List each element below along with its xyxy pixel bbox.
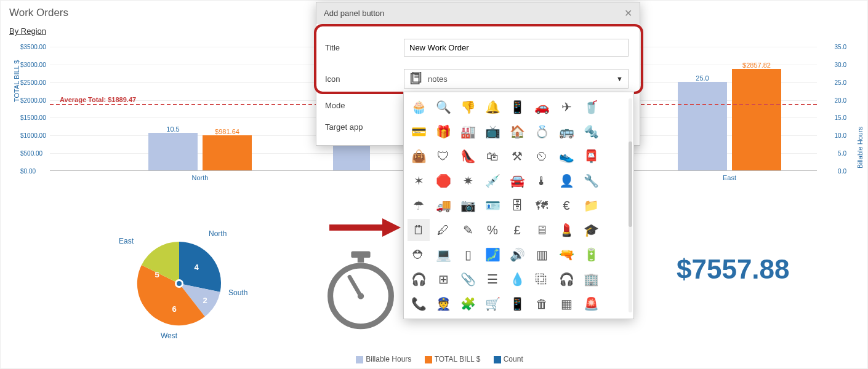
droplet-icon[interactable]: 💧 [506, 268, 528, 290]
folder-icon[interactable]: 📁 [580, 194, 602, 216]
building-icon[interactable]: 🏢 [580, 268, 602, 290]
car-icon[interactable]: 🚘 [506, 170, 528, 192]
pencil-icon[interactable]: ✎ [457, 219, 479, 241]
factory-icon[interactable]: 🏭 [457, 121, 479, 143]
bus-icon[interactable]: 🚌 [555, 121, 577, 143]
bar-total-east[interactable]: $2857.82 [732, 69, 781, 170]
thumbs-down-icon[interactable]: 👎 [457, 96, 479, 118]
headset-icon[interactable]: 🎧 [408, 268, 430, 290]
stop-sign-icon[interactable]: 🛑 [432, 170, 454, 192]
paperclip-icon[interactable]: 📎 [457, 268, 479, 290]
pound-icon[interactable]: £ [506, 219, 528, 241]
puzzle-icon[interactable]: 🧩 [457, 293, 479, 315]
eyedropper-icon[interactable]: 💄 [555, 219, 577, 241]
icon-dropdown[interactable]: notes ▼ [404, 69, 629, 89]
blank9-icon[interactable] [605, 293, 627, 315]
shield-icon[interactable]: 🛡 [432, 145, 454, 167]
medkit-icon[interactable]: ⊞ [432, 268, 454, 290]
battery-icon[interactable]: 🔋 [580, 244, 602, 266]
stack-icon[interactable]: ☰ [481, 268, 504, 290]
heel-icon[interactable]: 👠 [457, 145, 479, 167]
monitor-icon[interactable]: 🖥 [531, 219, 553, 241]
thermometer-icon[interactable]: 🌡 [531, 170, 553, 192]
garage-icon[interactable]: 🏠 [506, 121, 528, 143]
bar-billable-north[interactable]: 10.5 [148, 133, 198, 170]
pen-icon[interactable]: 🖊 [432, 219, 454, 241]
syringe-icon[interactable]: 💉 [481, 170, 504, 192]
euro-icon[interactable]: € [555, 194, 577, 216]
speakers-icon[interactable]: 🔊 [506, 244, 528, 266]
shopping-bag-icon[interactable]: 🛍 [481, 145, 504, 167]
camera-icon[interactable]: 📷 [457, 194, 479, 216]
plane-icon[interactable]: ✈ [555, 96, 577, 118]
stamp-icon[interactable]: 📮 [580, 145, 602, 167]
graduation-icon[interactable]: 🎓 [580, 219, 602, 241]
star-icon[interactable]: ✶ [408, 170, 430, 192]
ring-icon[interactable]: 💍 [531, 121, 553, 143]
bell-icon[interactable]: 🔔 [481, 96, 504, 118]
notes-icon [409, 72, 423, 85]
ytick-left: $0.00 [20, 168, 36, 175]
siren-icon[interactable]: 🚨 [580, 293, 602, 315]
bar-total-north[interactable]: $981.64 [203, 135, 252, 170]
phone-icon[interactable]: 📱 [506, 96, 528, 118]
icon-picker-scrollbar[interactable] [629, 98, 632, 312]
remote-icon[interactable]: 📺 [481, 121, 504, 143]
close-icon[interactable]: ✕ [624, 7, 632, 19]
umbrella-icon[interactable]: ☂ [408, 194, 430, 216]
server-icon[interactable]: 🗄 [506, 194, 528, 216]
blank2-icon[interactable] [605, 121, 627, 143]
wrench-icon[interactable]: 🔧 [580, 170, 602, 192]
blank4-icon[interactable] [605, 170, 627, 192]
cart-icon[interactable]: 🛒 [481, 293, 504, 315]
police-hat-icon[interactable]: 👮 [432, 293, 454, 315]
card-icon[interactable]: 💳 [408, 121, 430, 143]
y-axis-right-label: Billable Hours [856, 127, 864, 169]
percent-icon[interactable]: % [481, 219, 504, 241]
phone-handset-icon[interactable]: 📞 [408, 293, 430, 315]
legend-item: Count [504, 355, 523, 363]
blank6-icon[interactable] [605, 219, 627, 241]
svg-line-5 [350, 277, 361, 296]
brick-wall-icon[interactable]: ▦ [555, 293, 577, 315]
notes-icon[interactable]: 🗒 [408, 219, 430, 241]
magnifier-icon[interactable]: 🔍 [432, 96, 454, 118]
svg-point-1 [177, 281, 182, 286]
gift-icon[interactable]: 🎁 [432, 121, 454, 143]
gauge-icon[interactable]: ⏲ [531, 145, 553, 167]
laptop-icon[interactable]: 💻 [432, 244, 454, 266]
shoe-icon[interactable]: 👟 [555, 145, 577, 167]
drink-icon[interactable]: 🥤 [580, 96, 602, 118]
bar-billable-east[interactable]: 25.0 [678, 82, 727, 170]
screw-icon[interactable]: 🔩 [580, 121, 602, 143]
barcode-icon[interactable]: ▥ [531, 244, 553, 266]
trash-icon[interactable]: 🗑 [531, 293, 553, 315]
purse-icon[interactable]: 👜 [408, 145, 430, 167]
title-input[interactable] [404, 39, 629, 57]
chevron-down-icon: ▼ [616, 75, 623, 82]
id-card-icon[interactable]: 🪪 [481, 194, 504, 216]
pie-label-south: South [228, 288, 247, 297]
pie-value-north: 4 [194, 263, 199, 272]
smartphone-icon[interactable]: 📱 [506, 293, 528, 315]
headphones-icon[interactable]: 🎧 [555, 268, 577, 290]
ytick-left: $2000.00 [20, 97, 46, 103]
cupcake-icon[interactable]: 🧁 [408, 96, 430, 118]
map-us-icon[interactable]: 🗾 [481, 244, 504, 266]
blank1-icon[interactable] [605, 96, 627, 118]
person-icon[interactable]: 👤 [555, 170, 577, 192]
delivery-truck-icon[interactable]: 🚚 [432, 194, 454, 216]
spade-icon[interactable]: ⚒ [506, 145, 528, 167]
blank3-icon[interactable] [605, 145, 627, 167]
blank8-icon[interactable] [605, 268, 627, 290]
tablet-icon[interactable]: ▯ [457, 244, 479, 266]
burst-icon[interactable]: ✷ [457, 170, 479, 192]
hardhat-icon[interactable]: ⛑ [408, 244, 430, 266]
scanner-icon[interactable]: 🔫 [555, 244, 577, 266]
dialog-header[interactable]: Add panel button ✕ [316, 2, 640, 24]
copy-icon[interactable]: ⿻ [531, 268, 553, 290]
blank7-icon[interactable] [605, 244, 627, 266]
pin-map-icon[interactable]: 🗺 [531, 194, 553, 216]
blank5-icon[interactable] [605, 194, 627, 216]
truck-icon[interactable]: 🚗 [531, 96, 553, 118]
